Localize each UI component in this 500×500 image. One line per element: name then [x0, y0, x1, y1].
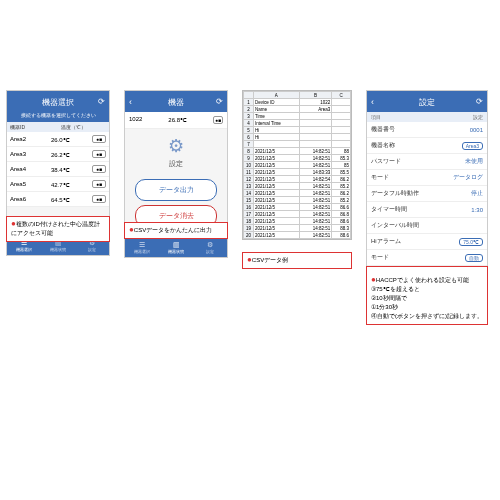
subheader: 項目 設定 — [367, 112, 487, 122]
note-haccp: ●HACCPでよく使われる設定も可能 ③75℃を超えると ②10秒間隔で ①1分… — [366, 266, 488, 325]
value-pill[interactable]: 自動 — [465, 254, 483, 262]
settings-row[interactable]: モードデータログ — [367, 170, 487, 186]
gear-icon: ⚙ — [125, 135, 227, 157]
column-headers: 機器ID 温度（℃） — [7, 122, 109, 132]
device-id: Area5 — [10, 181, 51, 187]
settings-row[interactable]: タイマー時間1:30 — [367, 202, 487, 218]
col-device-id: 機器ID — [7, 122, 58, 132]
header-title: 機器 — [125, 91, 227, 112]
key: データフル時動作 — [371, 189, 471, 198]
list-icon: ☰ — [139, 241, 145, 248]
list-item[interactable]: Area542.7℃●■ — [7, 177, 109, 192]
settings-label: 設定 — [125, 159, 227, 169]
battery-icon: ●■ — [92, 150, 106, 158]
key: パスワード — [371, 157, 465, 166]
device-id: Area2 — [10, 136, 51, 142]
settings-row[interactable]: インターバル時間 — [367, 218, 487, 234]
settings-row[interactable]: データフル時動作停止 — [367, 186, 487, 202]
value: 停止 — [471, 189, 483, 198]
chip-icon: ▥ — [173, 241, 180, 248]
battery-icon: ●■ — [92, 180, 106, 188]
settings-row[interactable]: モード自動 — [367, 250, 487, 266]
settings-block[interactable]: ⚙ 設定 — [125, 129, 227, 175]
col-item: 項目 — [367, 112, 427, 122]
value: 未使用 — [465, 157, 483, 166]
device-temp: 38.4℃ — [51, 166, 92, 173]
note-multi-id: ●複数のID付けされた中心温度計にアクセス可能 — [6, 216, 110, 242]
tab-device-state[interactable]: ▥機器状態 — [159, 241, 193, 254]
refresh-icon[interactable]: ⟳ — [476, 97, 483, 106]
note-csv-easy: ●CSVデータをかんたんに出力 — [124, 222, 228, 239]
device-temp: 26.0℃ — [51, 136, 92, 143]
note-csv-example: ●CSVデータ例 — [242, 252, 352, 269]
device-temp: 26.2℃ — [51, 151, 92, 158]
tab-device-select[interactable]: ☰機器選択 — [125, 241, 159, 254]
settings-row[interactable]: 機器名称Area3 — [367, 138, 487, 154]
settings-row[interactable]: パスワード未使用 — [367, 154, 487, 170]
header-subtitle: 接続する機器を選択してください — [7, 112, 109, 122]
col-temp: 温度（℃） — [58, 122, 109, 132]
device-id: Area4 — [10, 166, 51, 172]
battery-icon: ●■ — [92, 135, 106, 143]
value-pill[interactable]: Area3 — [462, 142, 483, 150]
device-temp: 42.7℃ — [51, 181, 92, 188]
header-title: 機器選択 — [7, 91, 109, 112]
gear-icon: ⚙ — [207, 241, 213, 248]
device-temp: 26.8℃ — [168, 116, 187, 124]
battery-icon: ●■ — [92, 165, 106, 173]
value: 1:30 — [471, 207, 483, 213]
tab-bar: ☰機器選択 ▥機器状態 ⚙設定 — [125, 237, 227, 257]
device-list: Area226.0℃●■Area326.2℃●■Area438.4℃●■Area… — [7, 132, 109, 207]
tab-settings[interactable]: ⚙設定 — [193, 241, 227, 254]
key: 機器番号 — [371, 125, 470, 134]
list-item[interactable]: Area226.0℃●■ — [7, 132, 109, 147]
sheet-table: ABC1Device ID10222NameArea33Time4Interva… — [243, 91, 351, 239]
refresh-icon[interactable]: ⟳ — [98, 97, 105, 106]
device-id: Area6 — [10, 196, 51, 202]
key: タイマー時間 — [371, 205, 471, 214]
back-icon[interactable]: ‹ — [371, 97, 374, 107]
export-button[interactable]: データ出力 — [135, 179, 217, 201]
refresh-icon[interactable]: ⟳ — [216, 97, 223, 106]
key: インターバル時間 — [371, 221, 483, 230]
header: ‹ ⟳ 機器 — [125, 91, 227, 112]
value: 0001 — [470, 127, 483, 133]
value-pill[interactable]: 75.0℃ — [459, 238, 483, 246]
list-item[interactable]: Area326.2℃●■ — [7, 147, 109, 162]
battery-icon: ●■ — [92, 195, 106, 203]
settings-row[interactable]: 機器番号0001 — [367, 122, 487, 138]
header-title: 設定 — [367, 91, 487, 112]
key: モード — [371, 173, 453, 182]
settings-row[interactable]: Hiアラーム75.0℃ — [367, 234, 487, 250]
list-item[interactable]: Area664.5℃●■ — [7, 192, 109, 207]
key: 機器名称 — [371, 141, 462, 150]
list-item[interactable]: Area438.4℃●■ — [7, 162, 109, 177]
battery-icon: ●■ — [213, 116, 223, 124]
csv-spreadsheet: ABC1Device ID10222NameArea33Time4Interva… — [242, 90, 352, 240]
device-id: 1022 — [129, 116, 142, 124]
device-id: Area3 — [10, 151, 51, 157]
device-temp: 64.5℃ — [51, 196, 92, 203]
key: Hiアラーム — [371, 237, 459, 246]
col-value: 設定 — [427, 112, 487, 122]
header: ‹ ⟳ 設定 — [367, 91, 487, 112]
value: データログ — [453, 173, 483, 182]
key: モード — [371, 253, 465, 262]
device-summary: 1022 26.8℃ ●■ — [125, 112, 227, 129]
header: ⟳ 機器選択 接続する機器を選択してください — [7, 91, 109, 122]
back-icon[interactable]: ‹ — [129, 97, 132, 107]
